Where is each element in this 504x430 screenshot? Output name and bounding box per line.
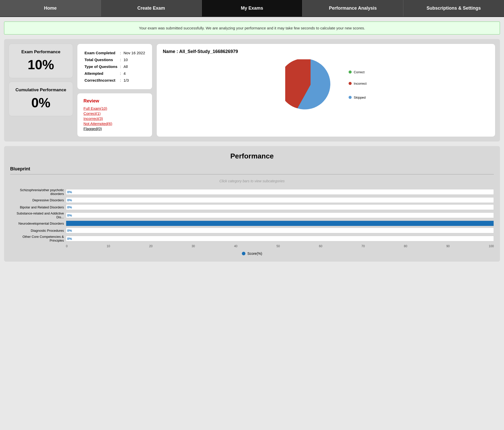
x-axis-label: 50 <box>277 244 280 248</box>
bar-row[interactable]: Schizophrenia/other psychoticdisorders0% <box>10 188 494 196</box>
nav-my-exams[interactable]: My Exams <box>202 0 303 16</box>
bar-label: Schizophrenia/other psychoticdisorders <box>10 188 66 196</box>
bar-label: Neurodevelopmental Disorders <box>10 222 66 225</box>
bar-row[interactable]: Substance-related and Addictive Dis...0% <box>10 211 494 219</box>
bar-chart: Schizophrenia/other psychoticdisorders0%… <box>10 188 494 242</box>
bar-track: 0% <box>66 197 494 203</box>
bar-track <box>66 221 494 226</box>
x-axis-label: 10 <box>107 244 110 248</box>
x-axis-label: 80 <box>404 244 407 248</box>
legend-label: Score(%) <box>247 252 262 256</box>
x-axis-labels: 0102030405060708090100 <box>66 244 494 248</box>
value-type-questions: All <box>122 63 146 70</box>
bar-value: 0% <box>67 198 72 202</box>
x-axis-label: 100 <box>489 244 494 248</box>
top-section: Exam Performance 10% Cumulative Performa… <box>4 39 500 141</box>
cumulative-performance-title: Cumulative Performance <box>15 87 66 93</box>
nav-home[interactable]: Home <box>0 0 101 16</box>
value-exam-completed: Nov 16 2022 <box>122 49 146 56</box>
review-full-exam[interactable]: Full Exam(10) <box>83 106 146 111</box>
x-axis-label: 20 <box>149 244 152 248</box>
x-axis-label: 90 <box>446 244 449 248</box>
x-axis-label: 60 <box>319 244 322 248</box>
success-banner: Your exam was submitted successfully. We… <box>4 22 500 34</box>
exam-performance-value: 10% <box>15 57 66 72</box>
nav-create-exam[interactable]: Create Exam <box>101 0 202 16</box>
value-correct-incorrect: 1/3 <box>122 77 146 84</box>
bar-fill <box>66 221 494 226</box>
bar-track: 0% <box>66 236 494 241</box>
mid-column: Exam Completed : Nov 16 2022 Total Quest… <box>77 44 152 137</box>
value-attempted: 4 <box>122 70 146 77</box>
review-not-attempted[interactable]: Not Attempted(6) <box>83 121 146 126</box>
bar-track: 0% <box>66 228 494 233</box>
pie-chart-area: Correct Incorrect Skipped <box>163 59 489 110</box>
x-axis-label: 40 <box>234 244 237 248</box>
pie-chart-title: Name : All_Self-Study_1668626979 <box>163 49 489 54</box>
bar-track: 0% <box>66 204 494 210</box>
table-row: Total Questions : 10 <box>83 56 146 63</box>
table-row: Exam Completed : Nov 16 2022 <box>83 49 146 56</box>
bar-row[interactable]: Neurodevelopmental Disorders <box>10 221 494 226</box>
exam-info-table: Exam Completed : Nov 16 2022 Total Quest… <box>83 49 146 84</box>
label-type-questions: Type of Questions <box>83 63 118 70</box>
legend-dot <box>242 252 245 255</box>
exam-performance-card: Exam Performance 10% <box>9 44 73 78</box>
nav-performance-analysis[interactable]: Performance Analysis <box>302 0 403 16</box>
performance-heading: Performance <box>10 152 494 160</box>
pie-svg <box>285 59 336 110</box>
legend-row: Score(%) <box>10 252 494 256</box>
incorrect-label: Incorrect <box>354 82 367 85</box>
exam-performance-title: Exam Performance <box>15 49 66 55</box>
x-axis-row: 0102030405060708090100 <box>10 244 494 248</box>
table-row: Type of Questions : All <box>83 63 146 70</box>
review-card: Review Full Exam(10) Correct(1) Incorrec… <box>77 93 152 137</box>
bar-value: 0% <box>67 205 72 209</box>
legend-skipped: Skipped <box>349 96 367 99</box>
review-title: Review <box>83 98 146 104</box>
bar-value: 0% <box>67 190 72 194</box>
review-correct[interactable]: Correct(1) <box>83 111 146 116</box>
label-total-questions: Total Questions <box>83 56 118 63</box>
skipped-label: Skipped <box>354 96 366 99</box>
bar-label: Depressive Disorders <box>10 198 66 202</box>
exam-info-card: Exam Completed : Nov 16 2022 Total Quest… <box>77 44 152 89</box>
value-total-questions: 10 <box>122 56 146 63</box>
legend-incorrect: Incorrect <box>349 82 367 85</box>
bar-row[interactable]: Depressive Disorders0% <box>10 197 494 203</box>
label-correct-incorrect: Correct/Incorrect <box>83 77 118 84</box>
legend-correct: Correct <box>349 70 367 74</box>
x-axis-label: 0 <box>66 244 68 248</box>
bar-track: 0% <box>66 212 494 218</box>
cumulative-performance-value: 0% <box>15 95 66 110</box>
bar-label: Other Core Competencies & Principles <box>10 235 66 242</box>
label-attempted: Attempted <box>83 70 118 77</box>
left-column: Exam Performance 10% Cumulative Performa… <box>9 44 73 137</box>
bar-value: 0% <box>67 237 72 241</box>
review-incorrect[interactable]: Incorrect(3) <box>83 116 146 121</box>
bar-label: Substance-related and Addictive Dis... <box>10 211 66 219</box>
bar-row[interactable]: Diagnostic Procedures0% <box>10 228 494 233</box>
main-nav: Home Create Exam My Exams Performance An… <box>0 0 504 17</box>
skipped-dot <box>349 96 352 99</box>
incorrect-dot <box>349 82 352 85</box>
table-row: Correct/Incorrect : 1/3 <box>83 77 146 84</box>
table-row: Attempted : 4 <box>83 70 146 77</box>
label-exam-completed: Exam Completed <box>83 49 118 56</box>
bar-value: 0% <box>67 213 72 217</box>
bar-label: Bipolar and Related Disorders <box>10 205 66 209</box>
x-axis-label: 30 <box>192 244 195 248</box>
nav-subscriptions-settings[interactable]: Subscriptions & Settings <box>403 0 504 16</box>
bar-label: Diagnostic Procedures <box>10 229 66 232</box>
pie-chart-card: Name : All_Self-Study_1668626979 <box>156 44 495 137</box>
bar-row[interactable]: Bipolar and Related Disorders0% <box>10 204 494 210</box>
bar-row[interactable]: Other Core Competencies & Principles0% <box>10 235 494 242</box>
chart-hint: Click category bars to view subcategorie… <box>10 179 494 183</box>
review-flagged[interactable]: Flagged(0) <box>83 127 146 131</box>
bar-value: 0% <box>67 229 72 232</box>
x-axis-label: 70 <box>362 244 365 248</box>
correct-dot <box>349 70 352 74</box>
blueprint-divider <box>10 174 494 174</box>
performance-section: Performance Blueprint Click category bar… <box>4 146 500 262</box>
bar-track: 0% <box>66 189 494 195</box>
